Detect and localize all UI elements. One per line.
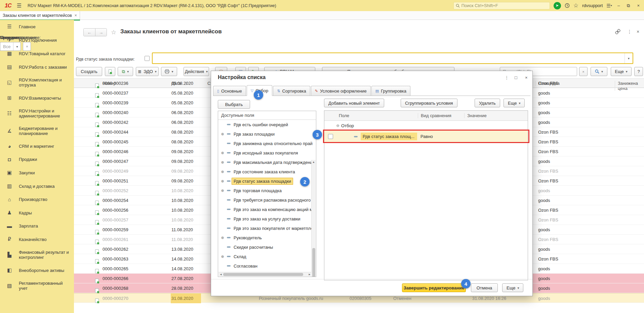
sidebar-item[interactable]: ⊞ RDV:Взаиморасчеты bbox=[0, 91, 74, 105]
global-search-input[interactable]: Поиск Ctrl+Shift+F bbox=[453, 2, 550, 9]
fields-horizontal-scrollbar[interactable]: ◄ ► bbox=[218, 272, 312, 276]
collapse-icon[interactable]: ⊖ bbox=[334, 124, 341, 128]
sidebar-item[interactable]: ☰ Главное bbox=[0, 20, 74, 33]
tab-orders-from-marketplaces[interactable]: Заказы клиентов от маркетплейсов × bbox=[0, 11, 80, 20]
field-item[interactable]: Согласован bbox=[218, 261, 316, 271]
order-date: 27.08.2020 bbox=[171, 274, 201, 283]
favorites-star-icon[interactable]: ☆ bbox=[573, 2, 578, 9]
field-item[interactable]: ⊕ Рдв максимальная дата подтверждени bbox=[218, 158, 316, 167]
field-item[interactable]: ⊕ Рдв исходный заказ покупателя bbox=[218, 148, 316, 158]
field-item[interactable]: Рдв это заказ на услугу доставки bbox=[218, 214, 316, 223]
advanced-search-button[interactable]: ▾ bbox=[591, 67, 607, 76]
get-link-icon[interactable] bbox=[615, 29, 620, 35]
field-item[interactable]: ⊕ Руководитель bbox=[218, 233, 316, 242]
dialog-tab[interactable]: ✎ Условное оформление bbox=[311, 86, 371, 96]
sidebar-item[interactable]: ▧ Регламентированный учет bbox=[0, 277, 74, 294]
select-field-button[interactable]: Выбрать bbox=[218, 100, 250, 109]
sidebar-item[interactable]: ₽ Казначейство bbox=[0, 233, 74, 246]
chevron-down-icon[interactable]: ▾ bbox=[625, 53, 633, 63]
sidebar-item[interactable]: ▙ Финансовый результат и контроллинг bbox=[0, 246, 74, 264]
dialog-tab[interactable]: ▯ Основные bbox=[213, 86, 246, 96]
expand-icon[interactable]: ⊕ bbox=[218, 179, 227, 183]
expand-icon[interactable]: ⊕ bbox=[218, 188, 227, 193]
clear-search-button[interactable]: × bbox=[579, 67, 588, 76]
condition-row[interactable]: Рдв статус заказа площ... Равно bbox=[324, 131, 528, 142]
create-copy-icon-button[interactable] bbox=[105, 67, 115, 76]
restore-button[interactable]: ⧉ bbox=[625, 3, 632, 8]
fields-vertical-scrollbar[interactable]: ▲ ▼ bbox=[311, 160, 316, 277]
tab-close-icon[interactable]: × bbox=[75, 13, 77, 18]
field-item[interactable]: Рдв требуется распаковка расходного bbox=[218, 195, 316, 205]
form-menu-kebab-icon[interactable]: ⋮ bbox=[627, 29, 632, 34]
delete-button[interactable]: Удалить bbox=[475, 99, 500, 107]
edo-button[interactable]: ≣ЭДО▾ bbox=[136, 67, 159, 76]
close-window-button[interactable]: × bbox=[635, 3, 641, 8]
field-item[interactable]: ⊕ Рдв заказ площадки bbox=[218, 129, 316, 139]
field-item[interactable]: ⊕ Склад bbox=[218, 252, 316, 261]
sidebar-item[interactable]: ⌂ Производство bbox=[0, 193, 74, 206]
expand-icon[interactable]: ⊕ bbox=[218, 160, 227, 165]
service-menu-icon[interactable]: ☰▾ bbox=[606, 3, 612, 8]
forward-button[interactable]: → bbox=[95, 29, 107, 36]
dialog-kebab-icon[interactable]: ⋮ bbox=[505, 75, 509, 80]
history-icon[interactable] bbox=[565, 3, 570, 8]
dialog-tab[interactable]: ⇅ Сортировка bbox=[273, 86, 310, 96]
help-button[interactable]: ? bbox=[634, 67, 643, 76]
field-item[interactable]: Скидки рассчитаны bbox=[218, 242, 316, 252]
expand-icon[interactable]: ⊕ bbox=[218, 254, 227, 259]
rdv-status-filter-input[interactable]: ▾ bbox=[152, 53, 633, 64]
dialog-tab[interactable]: ▤ Группировка bbox=[371, 86, 410, 96]
footer-more-button[interactable]: Еще▾ bbox=[502, 283, 523, 292]
conditions-more-button[interactable]: Еще▾ bbox=[504, 99, 525, 107]
back-button[interactable]: ← bbox=[84, 29, 95, 36]
field-item[interactable]: Рдв это заказ на компенсацию акций м bbox=[218, 205, 316, 214]
actions-button[interactable]: Действия▾ bbox=[184, 67, 209, 76]
expand-icon[interactable]: ⊕ bbox=[218, 151, 227, 155]
field-item[interactable]: Рдв есть ошибки очередей bbox=[218, 120, 316, 129]
sidebar-item[interactable]: ◘ Продажи bbox=[0, 153, 74, 166]
sidebar-item[interactable]: ◧ Внеоборотные активы bbox=[0, 264, 74, 277]
filter-clear-button[interactable]: × bbox=[23, 42, 31, 51]
sidebar-item[interactable]: ♟ Кадры bbox=[0, 206, 74, 219]
close-form-icon[interactable]: × bbox=[637, 29, 639, 34]
order-platform: goods bbox=[538, 266, 550, 271]
scrollbar-thumb[interactable] bbox=[223, 273, 303, 276]
field-item[interactable]: ⊕ Рдв торговая площадка bbox=[218, 186, 316, 195]
scrollbar-thumb[interactable] bbox=[312, 248, 315, 277]
field-item[interactable]: Рдв занижена цена относительно прай bbox=[218, 139, 316, 148]
current-user[interactable]: rdvsupport bbox=[582, 3, 603, 8]
add-new-element-button[interactable]: Добавить новый элемент bbox=[324, 99, 384, 107]
condition-checkbox[interactable] bbox=[328, 134, 333, 139]
filter-combo[interactable]: Все▾ bbox=[0, 42, 21, 51]
support-notify-icon[interactable]: ➤ bbox=[554, 2, 561, 9]
finish-editing-button[interactable]: Завершить редактирование bbox=[402, 283, 466, 292]
sidebar-item[interactable]: ▤ RDV:Работа с заказами bbox=[0, 60, 74, 74]
rdv-status-filter-checkbox[interactable] bbox=[145, 56, 150, 61]
main-menu-icon[interactable]: ☰ bbox=[17, 2, 22, 9]
field-item[interactable]: ⊕ Рдв состояние заказа клиента bbox=[218, 167, 316, 176]
condition-comparison[interactable]: Равно bbox=[420, 134, 433, 139]
group-conditions-button[interactable]: Сгруппировать условия bbox=[401, 99, 457, 107]
cancel-button[interactable]: Отмена bbox=[471, 283, 498, 292]
sidebar-item[interactable]: ☷ RDV:Настройки и администрирование bbox=[0, 105, 74, 122]
sidebar-item[interactable]: ▣ Закупки bbox=[0, 166, 74, 179]
sidebar-item[interactable]: ▬ Зарплата bbox=[0, 219, 74, 233]
sidebar-item[interactable]: ◕ CRM и маркетинг bbox=[0, 140, 74, 153]
order-date: 05.08.2020 bbox=[171, 78, 201, 88]
field-item[interactable]: Рдв это заказ покупателя от маркетпле bbox=[218, 223, 316, 233]
expand-icon[interactable]: ⊕ bbox=[218, 170, 227, 174]
dialog-close-icon[interactable]: × bbox=[525, 75, 528, 80]
minimize-button[interactable]: – bbox=[616, 3, 621, 8]
copy-icon-button[interactable]: ⧉▾ bbox=[118, 67, 133, 76]
sidebar-item[interactable]: ▥ Склад и доставка bbox=[0, 179, 74, 193]
print-button[interactable]: ▾ bbox=[161, 67, 177, 76]
dialog-maximize-icon[interactable]: □ bbox=[515, 75, 517, 80]
sidebar-item[interactable]: ∡ Бюджетирование и планирование bbox=[0, 122, 74, 140]
add-favorite-star-icon[interactable]: ☆ bbox=[111, 29, 116, 36]
filter-group-row[interactable]: ⊖ Отбор bbox=[324, 121, 528, 131]
create-button[interactable]: Создать bbox=[76, 67, 102, 76]
expand-icon[interactable]: ⊕ bbox=[218, 236, 227, 240]
sidebar-item[interactable]: ◱ RDV:Комплектация и отгрузка bbox=[0, 74, 74, 91]
more-button[interactable]: Еще▾ bbox=[611, 67, 632, 76]
expand-icon[interactable]: ⊕ bbox=[218, 132, 227, 136]
